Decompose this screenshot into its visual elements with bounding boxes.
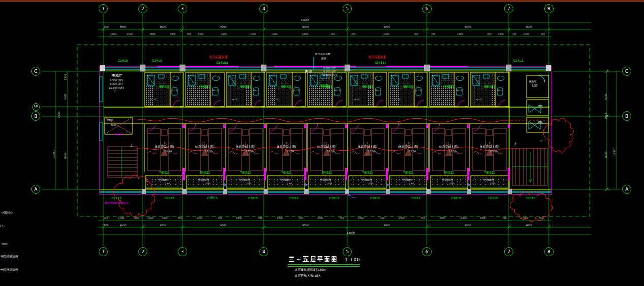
occupancy-note: 本层容纳人数:18人 bbox=[295, 274, 321, 278]
drawing-scale: 1:100 bbox=[345, 257, 360, 262]
cad-canvas[interactable]: C2415C2415C2415C5415aC5415aC2715C2115C30… bbox=[0, 0, 644, 286]
drawing-title: 三～五层平面图 bbox=[289, 255, 339, 263]
floorplan-linework bbox=[0, 0, 644, 286]
area-note: 本层建筑面积871.50㎡ bbox=[295, 268, 327, 272]
title-underline bbox=[288, 264, 360, 267]
